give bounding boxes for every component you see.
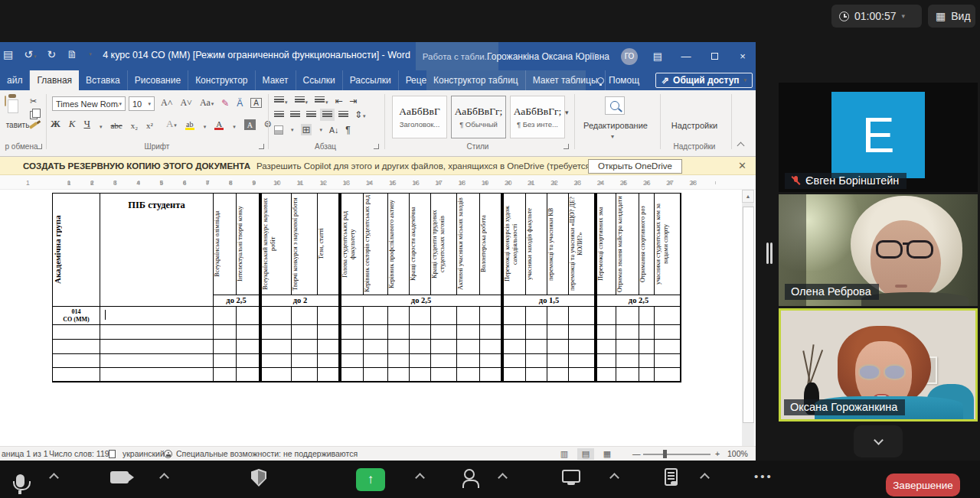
table-header-cell[interactable]: переможці та учасники «ЩО? ДЕ? КОЛИ?»: [569, 194, 595, 295]
table-body-cell[interactable]: [431, 325, 457, 340]
style-card[interactable]: АаБбВвГг;¶ Обычный: [451, 96, 506, 138]
clipboard-dialog-launcher-icon[interactable]: [37, 144, 42, 149]
table-body-cell[interactable]: [237, 325, 260, 340]
table-body-cell[interactable]: [214, 340, 237, 354]
table-body-cell[interactable]: [53, 340, 100, 354]
table-body-cell[interactable]: [616, 307, 639, 325]
change-case-icon[interactable]: Аа▾: [200, 97, 214, 109]
ribbon-tab-Главная[interactable]: Главная: [30, 70, 79, 90]
table-body-cell[interactable]: [339, 340, 364, 354]
contextual-tab[interactable]: Макет таблицы: [526, 70, 606, 90]
styles-dialog-launcher-icon[interactable]: [564, 144, 569, 149]
table-body-cell[interactable]: [569, 354, 595, 368]
table-body-cell[interactable]: [318, 354, 339, 368]
borders-caret-icon[interactable]: ▾: [319, 127, 322, 133]
justify-icon[interactable]: [322, 111, 332, 119]
table-body-cell[interactable]: [655, 340, 681, 354]
italic-button[interactable]: К: [69, 118, 76, 130]
subscript-button[interactable]: х₂: [131, 121, 138, 130]
table-header-cell[interactable]: Голова студентських рад факультету: [339, 194, 364, 295]
ribbon-tab-Макет[interactable]: Макет: [256, 70, 296, 90]
style-card[interactable]: АаБбВвГЗаголовок...: [392, 96, 447, 138]
table-body-cell[interactable]: [292, 354, 318, 368]
table-header-cell[interactable]: Переможці спортивних зма: [595, 194, 616, 295]
table-header-cell[interactable]: Отримання спортивного роз: [639, 194, 655, 295]
underline-button[interactable]: Ч: [84, 118, 90, 130]
pilcrow-icon[interactable]: ¶: [345, 125, 350, 135]
table-body-cell[interactable]: [260, 340, 292, 354]
video-button[interactable]: [110, 471, 129, 483]
shading-a-icon[interactable]: А: [244, 119, 256, 130]
table-body-cell[interactable]: [53, 325, 100, 340]
style-card[interactable]: АаБбВвГг;¶ Без инте...: [510, 96, 565, 138]
table-body-cell[interactable]: [526, 354, 547, 368]
scrollbar-thumb[interactable]: [743, 207, 754, 423]
table-header-cell[interactable]: Творчі конкурси з наукової роботи: [292, 194, 318, 295]
account-name[interactable]: Горожанкіна Оксана Юріївна: [487, 51, 609, 62]
table-body-cell[interactable]: [616, 368, 639, 382]
table-body-cell[interactable]: [292, 307, 318, 325]
numbered-list-icon[interactable]: ▾: [295, 96, 309, 106]
undo-icon[interactable]: ↺▾: [24, 48, 36, 60]
participant-tile-rebrova[interactable]: Олена Реброва: [779, 194, 978, 306]
highlight-caret-icon[interactable]: ▾: [204, 124, 207, 130]
editing-label[interactable]: Редактирование: [576, 121, 655, 130]
table-body-cell[interactable]: [214, 354, 237, 368]
table-body-cell[interactable]: [655, 307, 681, 325]
table-body-cell[interactable]: [616, 354, 639, 368]
table-body-cell[interactable]: [214, 307, 237, 325]
ribbon-tab-Рассылки[interactable]: Рассылки: [343, 70, 399, 90]
table-body-cell[interactable]: [339, 368, 364, 382]
table-header-cell[interactable]: Переможці конкурсів худож самодіяльності: [501, 194, 526, 295]
table-group-cell[interactable]: 014СО (ММ): [53, 307, 100, 325]
web-layout-icon[interactable]: ▦: [599, 448, 616, 460]
more-options-button[interactable]: •••: [754, 470, 773, 483]
table-body-cell[interactable]: [318, 340, 339, 354]
table-body-cell[interactable]: [431, 354, 457, 368]
participants-options-icon[interactable]: [499, 474, 506, 481]
align-right-icon[interactable]: [306, 111, 316, 119]
zoom-out-icon[interactable]: —: [632, 449, 641, 458]
table-body-cell[interactable]: [237, 368, 260, 382]
shrink-font-icon[interactable]: А˅: [180, 97, 191, 109]
table-body-cell[interactable]: [639, 325, 655, 340]
table-body-cell[interactable]: [364, 354, 388, 368]
read-mode-icon[interactable]: ▥: [556, 448, 573, 460]
table-body-cell[interactable]: [639, 354, 655, 368]
table-body-cell[interactable]: [237, 340, 260, 354]
table-body-cell[interactable]: [318, 325, 339, 340]
table-body-cell[interactable]: [569, 368, 595, 382]
table-body-cell[interactable]: [547, 307, 569, 325]
cut-icon[interactable]: ✂: [30, 96, 37, 106]
table-body-cell[interactable]: [100, 340, 214, 354]
table-limit-cell[interactable]: до 2,5: [214, 295, 260, 307]
table-body-cell[interactable]: [526, 325, 547, 340]
close-icon[interactable]: ×: [734, 50, 751, 62]
table-body-cell[interactable]: [410, 340, 431, 354]
save-icon[interactable]: ▤: [3, 48, 13, 60]
table-body-cell[interactable]: [364, 368, 388, 382]
proofing-icon[interactable]: [109, 450, 116, 458]
table-body-cell[interactable]: [100, 307, 214, 325]
line-paragraph-icon[interactable]: [338, 111, 348, 119]
vertical-scrollbar[interactable]: ▲: [742, 190, 754, 446]
participant-tile-borinshtein[interactable]: Е Євген Борінштейн: [779, 83, 978, 192]
video-options-icon[interactable]: [161, 474, 168, 481]
collapse-ribbon-icon[interactable]: [738, 141, 743, 150]
align-center-icon[interactable]: [290, 111, 300, 119]
view-button[interactable]: ▦ Вид: [928, 5, 975, 28]
table-body-cell[interactable]: [526, 307, 547, 325]
grow-font-icon[interactable]: А˄: [161, 97, 172, 109]
table-body-cell[interactable]: [480, 368, 501, 382]
styles-more-icon[interactable]: ▾: [565, 109, 569, 116]
page-indicator[interactable]: аница 1 из 1: [2, 449, 47, 458]
font-dialog-launcher-icon[interactable]: [259, 144, 264, 149]
record-button[interactable]: [665, 468, 678, 486]
align-left-icon[interactable]: [274, 111, 284, 119]
font-color-button[interactable]: А: [214, 121, 224, 131]
table-body-cell[interactable]: [655, 325, 681, 340]
table-body-cell[interactable]: [388, 368, 410, 382]
table-body-cell[interactable]: [339, 354, 364, 368]
chat-options-icon[interactable]: [611, 474, 618, 481]
table-header-cell[interactable]: учасники заходів факульте: [526, 194, 547, 295]
